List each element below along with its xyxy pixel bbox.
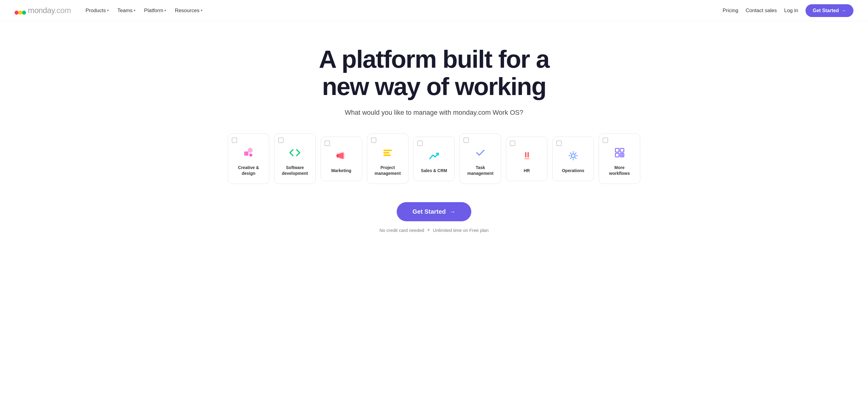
card-label-software: Softwaredevelopment <box>282 165 308 176</box>
workflow-card-more[interactable]: Moreworkflows <box>599 134 640 184</box>
monday-logo-icon <box>14 6 26 15</box>
sales-icon <box>426 148 442 164</box>
svg-rect-11 <box>527 152 529 157</box>
workflow-card-marketing[interactable]: Marketing <box>320 137 362 181</box>
card-label-more: Moreworkflows <box>609 165 630 176</box>
software-icon <box>287 145 303 160</box>
svg-rect-16 <box>615 153 619 157</box>
logo[interactable]: monday.com <box>14 6 71 15</box>
card-checkbox-project[interactable] <box>371 138 376 143</box>
cta-footnote: No credit card needed ✦ Unlimited time o… <box>379 227 489 233</box>
card-label-ops: Operations <box>562 168 584 174</box>
card-checkbox-hr[interactable] <box>510 141 515 146</box>
svg-rect-7 <box>383 150 392 151</box>
card-checkbox-software[interactable] <box>278 138 284 143</box>
svg-rect-8 <box>383 152 390 154</box>
get-started-main-button[interactable]: Get Started → <box>397 202 471 221</box>
card-checkbox-more[interactable] <box>602 138 608 143</box>
card-label-sales: Sales & CRM <box>421 168 447 174</box>
logo-text: monday.com <box>28 6 71 15</box>
svg-point-1 <box>18 11 22 14</box>
svg-point-5 <box>249 154 252 157</box>
nav-item-products[interactable]: Products ▾ <box>82 5 113 16</box>
hero-subtitle: What would you like to manage with monda… <box>345 109 524 117</box>
card-label-creative: Creative &design <box>238 165 259 176</box>
svg-point-13 <box>571 154 575 157</box>
chevron-down-icon: ▾ <box>201 8 203 12</box>
card-label-marketing: Marketing <box>331 168 351 174</box>
workflow-card-task[interactable]: Taskmanagement <box>460 134 501 184</box>
svg-rect-9 <box>383 154 391 156</box>
workflow-card-software[interactable]: Softwaredevelopment <box>274 134 316 184</box>
navbar: monday.com Products ▾ Teams ▾ Platform ▾… <box>0 0 868 21</box>
svg-rect-3 <box>244 151 248 156</box>
nav-item-resources[interactable]: Resources ▾ <box>171 5 206 16</box>
contact-sales-link[interactable]: Contact sales <box>745 8 777 14</box>
svg-rect-14 <box>615 148 619 152</box>
card-label-project: Projectmanagement <box>375 165 401 176</box>
more-icon <box>612 145 627 160</box>
nav-item-teams[interactable]: Teams ▾ <box>114 5 139 16</box>
nav-links: Products ▾ Teams ▾ Platform ▾ Resources … <box>82 5 206 16</box>
get-started-nav-button[interactable]: Get Started → <box>806 4 854 17</box>
chevron-down-icon: ▾ <box>164 8 166 12</box>
card-label-hr: HR <box>524 168 530 174</box>
svg-rect-15 <box>620 148 624 152</box>
cta-section: Get Started → No credit card needed ✦ Un… <box>379 202 489 251</box>
card-checkbox-ops[interactable] <box>556 141 562 146</box>
workflow-card-ops[interactable]: Operations <box>552 137 594 181</box>
svg-point-6 <box>336 154 339 157</box>
chevron-down-icon: ▾ <box>107 8 109 12</box>
footnote-separator: ✦ <box>427 227 431 233</box>
svg-rect-10 <box>525 152 527 157</box>
svg-point-0 <box>14 11 19 14</box>
card-label-task: Taskmanagement <box>467 165 493 176</box>
card-checkbox-marketing[interactable] <box>324 141 330 146</box>
ops-icon <box>565 148 581 164</box>
chevron-down-icon: ▾ <box>134 8 135 12</box>
nav-item-platform[interactable]: Platform ▾ <box>141 5 170 16</box>
card-checkbox-creative[interactable] <box>232 138 237 143</box>
hero-title: A platform built for a new way of workin… <box>319 46 549 100</box>
marketing-icon <box>333 148 349 164</box>
workflow-card-creative[interactable]: Creative &design <box>228 134 269 184</box>
workflow-card-project[interactable]: Projectmanagement <box>367 134 408 184</box>
hr-icon <box>519 148 535 164</box>
task-icon <box>472 145 488 160</box>
workflow-card-hr[interactable]: HR <box>506 137 548 181</box>
pricing-link[interactable]: Pricing <box>722 8 738 14</box>
svg-point-4 <box>248 148 253 153</box>
navbar-right: Pricing Contact sales Log in Get Started… <box>722 4 854 17</box>
hero-section: A platform built for a new way of workin… <box>0 21 868 263</box>
login-link[interactable]: Log in <box>784 8 798 14</box>
card-checkbox-task[interactable] <box>463 138 469 143</box>
workflow-card-sales[interactable]: Sales & CRM <box>413 137 455 181</box>
navbar-left: monday.com Products ▾ Teams ▾ Platform ▾… <box>14 5 206 16</box>
svg-rect-12 <box>524 158 530 159</box>
creative-icon <box>241 145 256 160</box>
card-checkbox-sales[interactable] <box>417 141 423 146</box>
workflow-cards-row: Creative &design Softwaredevelopment <box>222 134 646 184</box>
svg-point-2 <box>22 11 26 14</box>
project-icon <box>380 145 396 160</box>
